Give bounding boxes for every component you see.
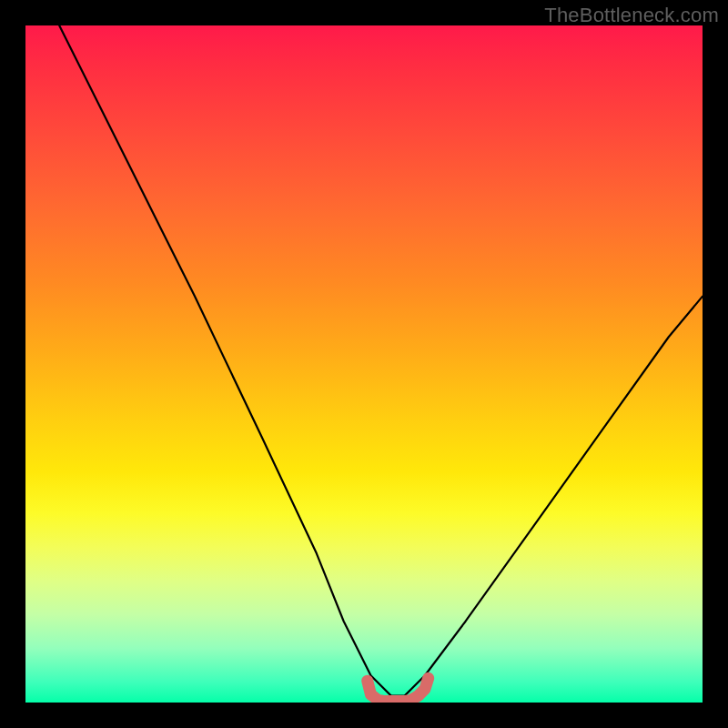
plot-area bbox=[25, 25, 703, 703]
watermark-text: TheBottleneck.com bbox=[544, 4, 719, 27]
main-curve bbox=[59, 25, 703, 696]
chart-svg bbox=[25, 25, 703, 703]
chart-frame: TheBottleneck.com bbox=[0, 0, 728, 728]
